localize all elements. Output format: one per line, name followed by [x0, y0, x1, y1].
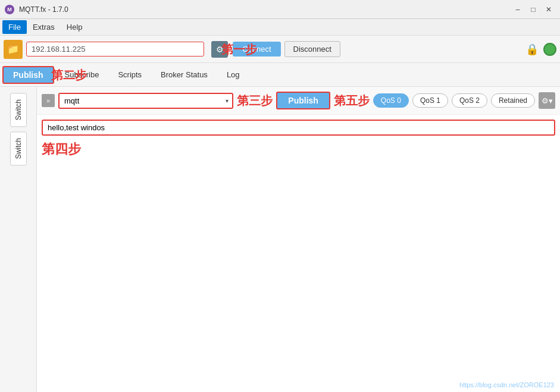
main-area: Switch Switch » ▾ 第三步 Publish 第五步 QoS 0 …	[0, 87, 560, 392]
menu-help[interactable]: Help	[61, 20, 89, 34]
disconnect-button[interactable]: Disconnect	[284, 41, 340, 57]
app-icon: M	[5, 5, 14, 14]
retained-button[interactable]: Retained	[491, 93, 535, 108]
message-area: hello,test windos 第四步 https://blog.csdn.…	[37, 115, 560, 392]
right-content: » ▾ 第三步 Publish 第五步 QoS 0 QoS 1 QoS 2 Re…	[37, 87, 560, 392]
sidebar-switch-2[interactable]: Switch	[10, 131, 27, 165]
sidebar-switch-1[interactable]: Switch	[10, 93, 27, 127]
maximize-button[interactable]: □	[527, 3, 540, 16]
menu-extras[interactable]: Extras	[27, 20, 61, 34]
app-title: MQTT.fx - 1.7.0	[19, 5, 68, 14]
publish-action-label: Publish	[288, 96, 318, 105]
window-controls: – □ ✕	[511, 3, 555, 16]
topic-bar: » ▾ 第三步 Publish 第五步 QoS 0 QoS 1 QoS 2 Re…	[37, 87, 560, 115]
chevron-icon: »	[46, 97, 50, 104]
qos2-button[interactable]: QoS 2	[452, 93, 487, 108]
topic-input-wrap: ▾	[58, 93, 233, 109]
tab-subscribe[interactable]: Subscribe	[57, 67, 108, 83]
chevron-button[interactable]: »	[42, 94, 55, 107]
tab-bar: Publish 第二步 Subscribe Scripts Broker Sta…	[0, 63, 560, 87]
gear-icon: ⚙	[216, 45, 224, 54]
connect-button[interactable]: Connect	[233, 42, 280, 57]
tab-log[interactable]: Log	[218, 67, 248, 83]
left-sidebar: Switch Switch	[0, 87, 37, 392]
lock-icon: 🔒	[524, 42, 540, 57]
title-bar: M MQTT.fx - 1.7.0 – □ ✕	[0, 0, 560, 19]
title-bar-left: M MQTT.fx - 1.7.0	[5, 5, 68, 14]
connection-input[interactable]	[27, 42, 204, 56]
menu-bar: File Extras Help	[0, 19, 560, 36]
connection-bar: 📁 第一步 ⚙ Connect Disconnect 🔒	[0, 36, 560, 63]
message-input[interactable]: hello,test windos	[42, 120, 555, 136]
topic-dropdown-arrow[interactable]: ▾	[222, 98, 232, 104]
tab-broker-status[interactable]: Broker Status	[152, 67, 216, 83]
settings-gear-button[interactable]: ⚙▾	[539, 92, 555, 109]
connection-input-wrap: 第一步	[26, 42, 204, 57]
settings-gear-icon: ⚙▾	[542, 96, 553, 105]
menu-file[interactable]: File	[2, 20, 27, 34]
watermark: https://blog.csdn.net/ZOROE123	[459, 381, 554, 388]
tab-scripts[interactable]: Scripts	[110, 67, 150, 83]
step3-label: 第三步	[237, 93, 273, 109]
tab-publish-button[interactable]: Publish 第二步	[2, 66, 54, 84]
qos1-button[interactable]: QoS 1	[412, 93, 448, 108]
tab-publish-label: Publish	[13, 70, 43, 80]
topic-input[interactable]	[60, 94, 222, 108]
connection-status-dot	[543, 43, 556, 56]
step4-label: 第四步	[42, 140, 555, 158]
publish-action-button[interactable]: Publish	[276, 92, 330, 109]
folder-icon: 📁	[7, 43, 19, 55]
close-button[interactable]: ✕	[542, 3, 555, 16]
gear-button[interactable]: ⚙	[211, 41, 228, 58]
folder-icon-button[interactable]: 📁	[4, 40, 23, 59]
step5-label: 第五步	[334, 93, 370, 109]
minimize-button[interactable]: –	[511, 3, 524, 16]
qos0-button[interactable]: QoS 0	[373, 93, 409, 108]
